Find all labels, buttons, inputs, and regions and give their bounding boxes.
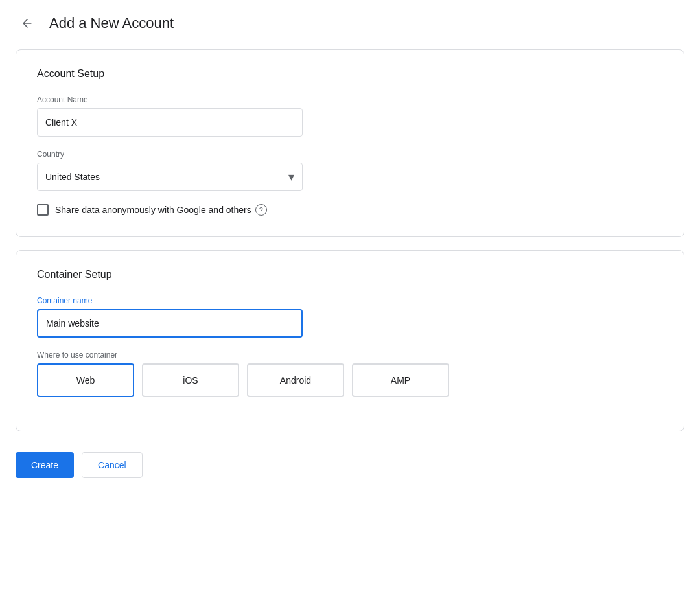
where-to-use-group: Where to use container Web iOS Android A… <box>37 350 663 397</box>
account-name-input[interactable] <box>37 108 303 137</box>
page-header: Add a New Account <box>0 0 700 44</box>
country-label: Country <box>37 150 663 159</box>
share-data-checkbox[interactable] <box>37 204 49 216</box>
container-setup-card: Container Setup Container name Where to … <box>16 250 684 431</box>
where-to-use-label: Where to use container <box>37 350 663 360</box>
container-setup-title: Container Setup <box>37 269 663 281</box>
container-name-group: Container name <box>37 296 663 338</box>
container-option-android[interactable]: Android <box>247 363 344 397</box>
back-button[interactable] <box>16 12 39 35</box>
share-data-help-icon[interactable]: ? <box>255 204 267 216</box>
cancel-button[interactable]: Cancel <box>82 452 143 478</box>
container-name-label: Container name <box>37 296 663 305</box>
share-data-label: Share data anonymously with Google and o… <box>55 204 267 216</box>
page-title: Add a New Account <box>49 15 174 32</box>
container-options: Web iOS Android AMP <box>37 363 663 397</box>
container-option-web[interactable]: Web <box>37 363 134 397</box>
container-option-amp[interactable]: AMP <box>352 363 449 397</box>
country-group: Country United States ▾ United States Un… <box>37 150 663 191</box>
container-option-ios[interactable]: iOS <box>142 363 239 397</box>
container-name-input[interactable] <box>37 309 303 338</box>
share-data-row: Share data anonymously with Google and o… <box>37 204 663 216</box>
main-content: Account Setup Account Name Country Unite… <box>0 44 700 447</box>
country-select-wrapper[interactable]: United States ▾ United States United Kin… <box>37 163 303 191</box>
account-setup-title: Account Setup <box>37 68 663 80</box>
account-name-label: Account Name <box>37 95 663 104</box>
footer-actions: Create Cancel <box>0 447 700 499</box>
create-button[interactable]: Create <box>16 452 74 478</box>
account-setup-card: Account Setup Account Name Country Unite… <box>16 49 684 237</box>
account-name-group: Account Name <box>37 95 663 137</box>
